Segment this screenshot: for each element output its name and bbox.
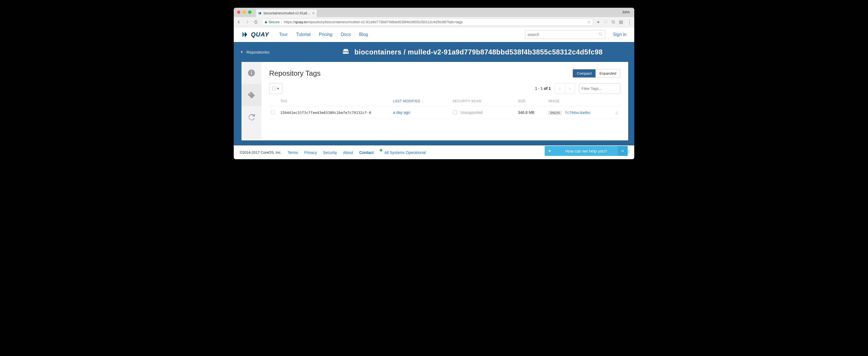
view-expanded-button[interactable]: Expanded: [595, 69, 620, 77]
quay-favicon-icon: [258, 11, 262, 15]
body-area: Repository Tags Compact Expanded ▼ 1 - 1: [234, 62, 634, 145]
help-text: How can we help you?: [555, 149, 618, 153]
address-bar[interactable]: Secure | https://quay.io/repository/bioc…: [262, 19, 593, 26]
nav-link-tour[interactable]: Tour: [279, 32, 288, 37]
col-last-modified[interactable]: LAST MODIFIED↓: [393, 99, 453, 103]
tab-info[interactable]: [242, 62, 261, 84]
status-text: All Systems Operational: [384, 150, 426, 155]
tags-panel: Repository Tags Compact Expanded ▼ 1 - 1: [261, 62, 628, 140]
browser-tabbar: biocontainers/mulled-v2-91a9… × John: [234, 8, 634, 17]
tag-name[interactable]: 15b441ec31f3cffee43e63380c1befe7c79132cf…: [280, 110, 393, 115]
col-tag[interactable]: TAG: [280, 99, 393, 103]
search-icon[interactable]: [598, 32, 603, 37]
presence-dot-icon: [549, 150, 551, 152]
next-page-button: ›: [565, 84, 575, 93]
forward-button: [245, 20, 250, 24]
repo-hero: Repositories biocontainers / mulled-v2-9…: [234, 42, 634, 62]
scan-status-icon: [453, 110, 458, 115]
secure-indicator: Secure: [265, 20, 280, 24]
tags-toolbar: ▼ 1 - 1 of 1 ‹ ›: [269, 83, 620, 94]
nav-links: Tour Tutorial Pricing Docs Blog: [279, 32, 368, 37]
tab-tags[interactable]: [242, 84, 261, 106]
browser-toolbar: Secure | https://quay.io/repository/bioc…: [234, 17, 634, 27]
image-digest-link[interactable]: fc70dac8a0bc: [565, 110, 591, 115]
system-status[interactable]: All Systems Operational: [380, 150, 426, 155]
row-checkbox[interactable]: [271, 110, 275, 114]
search-input[interactable]: [527, 32, 598, 37]
nav-link-tutorial[interactable]: Tutorial: [296, 32, 311, 37]
url-text: https://quay.io/repository/biocontainers…: [284, 20, 463, 24]
col-image[interactable]: IMAGE: [548, 99, 608, 103]
browser-tab[interactable]: biocontainers/mulled-v2-91a9… ×: [256, 9, 317, 17]
footer-link-terms[interactable]: Terms: [288, 150, 298, 155]
repo-breadcrumb: biocontainers / mulled-v2-91a9d779b8748b…: [354, 48, 602, 56]
tag-scan: Unsupported: [453, 110, 518, 115]
reload-button[interactable]: [254, 20, 258, 24]
side-tabs: [242, 62, 261, 140]
org-name[interactable]: biocontainers: [354, 48, 401, 56]
window-controls: [237, 10, 251, 14]
site-header: QUAY Tour Tutorial Pricing Docs Blog Sig…: [234, 27, 634, 42]
filter-tags-input[interactable]: [582, 84, 618, 93]
filter-tags[interactable]: [579, 84, 620, 93]
footer-link-about[interactable]: About: [343, 150, 353, 155]
svg-point-2: [251, 71, 252, 72]
col-size[interactable]: SIZE: [518, 99, 548, 103]
page-content: QUAY Tour Tutorial Pricing Docs Blog Sig…: [234, 27, 634, 159]
extension-dot-icon[interactable]: ●: [597, 19, 600, 25]
tab-title: biocontainers/mulled-v2-91a9…: [264, 11, 311, 15]
panel-title: Repository Tags: [269, 69, 320, 78]
extension-box-icon[interactable]: ⧉: [612, 19, 615, 25]
close-window-button[interactable]: [237, 10, 240, 14]
chevron-up-icon[interactable]: [618, 146, 628, 156]
harddrive-icon: [342, 48, 349, 56]
site-search[interactable]: [525, 30, 605, 39]
browser-menu-icon[interactable]: ⋮: [627, 19, 631, 25]
footer-link-contact[interactable]: Contact: [359, 150, 374, 155]
table-header: TAG LAST MODIFIED↓ SECURITY SCAN SIZE IM…: [269, 99, 620, 106]
help-widget[interactable]: How can we help you?: [545, 146, 628, 156]
profile-label[interactable]: John: [622, 10, 630, 14]
pagination-label: 1 - 1 of 1: [535, 86, 551, 91]
tag-modified: a day ago: [393, 110, 453, 115]
view-compact-button[interactable]: Compact: [573, 69, 595, 77]
footer-link-security[interactable]: Security: [323, 150, 337, 155]
col-security-scan[interactable]: SECURITY SCAN: [453, 99, 518, 103]
browser-window: biocontainers/mulled-v2-91a9… × John Sec…: [234, 8, 634, 159]
minimize-window-button[interactable]: [243, 10, 246, 14]
footer-links: Terms Privacy Security About Contact: [288, 150, 374, 155]
secure-label: Secure: [269, 20, 280, 24]
nav-link-blog[interactable]: Blog: [359, 32, 368, 37]
prev-page-button: ‹: [555, 84, 565, 93]
sign-in-link[interactable]: Sign in: [613, 32, 626, 37]
download-icon[interactable]: [615, 110, 619, 115]
nav-link-docs[interactable]: Docs: [341, 32, 351, 37]
select-all-dropdown[interactable]: ▼: [269, 83, 282, 94]
view-toggle: Compact Expanded: [572, 69, 620, 78]
status-dot-icon: [380, 149, 382, 152]
extension-square-icon[interactable]: ▦: [619, 19, 623, 25]
site-footer: ©2014-2017 CoreOS, Inc. Terms Privacy Se…: [234, 145, 634, 159]
pager: ‹ ›: [555, 83, 575, 94]
sort-desc-icon: ↓: [422, 99, 424, 103]
svg-rect-1: [251, 72, 252, 75]
back-label: Repositories: [246, 50, 270, 55]
back-button[interactable]: [237, 20, 241, 24]
footer-link-privacy[interactable]: Privacy: [304, 150, 317, 155]
maximize-window-button[interactable]: [248, 10, 251, 14]
caret-down-icon: ▼: [277, 87, 280, 90]
sha-label: SHA256: [548, 111, 561, 115]
repo-name[interactable]: mulled-v2-91a9d779b8748bbd538f4b3855c583…: [408, 48, 603, 56]
extension-icons: ● ♡ ⧉ ▦ ⋮: [597, 19, 631, 25]
bookmark-star-icon[interactable]: ☆: [587, 20, 591, 25]
quay-logo[interactable]: QUAY: [242, 31, 269, 38]
back-to-repositories[interactable]: Repositories: [239, 50, 316, 55]
tag-size: 346.8 MB: [518, 110, 548, 115]
checkbox-icon: [272, 87, 276, 90]
copyright: ©2014-2017 CoreOS, Inc.: [240, 150, 282, 155]
tag-image: SHA256 fc70dac8a0bc: [548, 110, 608, 115]
close-tab-icon[interactable]: ×: [312, 11, 314, 15]
extension-heart-icon[interactable]: ♡: [603, 19, 608, 25]
nav-link-pricing[interactable]: Pricing: [319, 32, 333, 37]
tab-history[interactable]: [242, 106, 261, 128]
